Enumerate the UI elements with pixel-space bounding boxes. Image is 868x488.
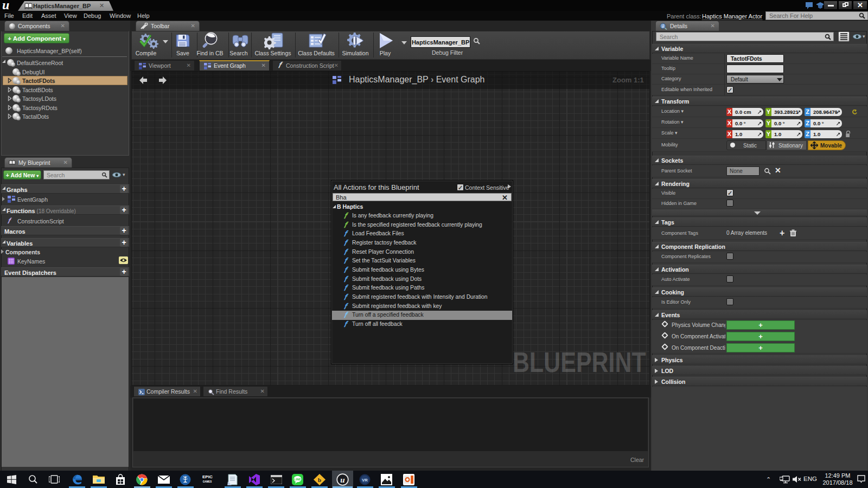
svg-text:u: u <box>2 0 9 11</box>
svg-text:b: b <box>318 477 321 483</box>
svg-text:VR: VR <box>362 478 368 483</box>
svg-text:LINE: LINE <box>294 478 301 481</box>
svg-text:u: u <box>340 476 344 484</box>
